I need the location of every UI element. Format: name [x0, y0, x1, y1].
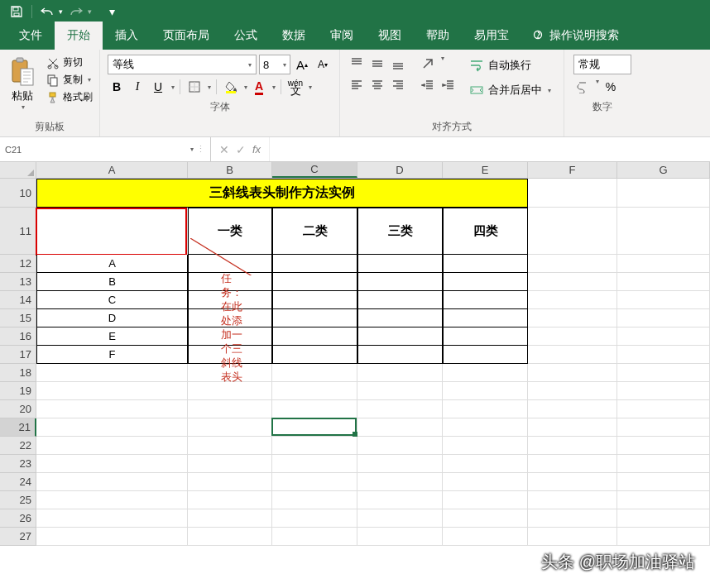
table-col-header: 一类 [188, 208, 272, 255]
row-header-23[interactable]: 23 [0, 455, 36, 473]
col-header-E[interactable]: E [443, 162, 528, 178]
bold-button[interactable]: B [108, 78, 126, 96]
tab-eyoubao[interactable]: 易用宝 [462, 22, 521, 50]
align-middle-button[interactable] [368, 55, 386, 73]
cut-button[interactable]: 剪切 [44, 55, 95, 70]
tellme-search[interactable]: 操作说明搜索 [521, 22, 629, 50]
row-header-18[interactable]: 18 [0, 364, 36, 382]
row-header-20[interactable]: 20 [0, 400, 36, 418]
select-all-corner[interactable] [0, 162, 36, 178]
border-dropdown[interactable]: ▾ [208, 84, 211, 91]
redo-icon[interactable] [66, 2, 86, 22]
orientation-button[interactable] [419, 55, 437, 73]
customize-qat-icon[interactable]: ▾ [102, 2, 122, 22]
tab-layout[interactable]: 页面布局 [151, 22, 222, 50]
accounting-format-button[interactable] [573, 78, 592, 96]
grow-font-button[interactable]: A▴ [293, 55, 311, 74]
group-font: 等线▾ 8▾ A▴ A▾ B I U▾ ▾ ▾ A▾ wén文▾ 字 [100, 50, 340, 136]
col-header-F[interactable]: F [528, 162, 617, 178]
tab-file[interactable]: 文件 [7, 22, 55, 50]
row-header-22[interactable]: 22 [0, 437, 36, 455]
underline-dropdown[interactable]: ▾ [171, 84, 175, 91]
table-row-label: B [36, 273, 188, 291]
copy-button[interactable]: 复制▾ [44, 72, 95, 88]
enter-icon[interactable]: ✓ [236, 143, 246, 156]
tab-home[interactable]: 开始 [55, 22, 103, 50]
col-header-G[interactable]: G [617, 162, 710, 178]
phonetic-button[interactable]: wén文 [286, 78, 305, 96]
paste-label[interactable]: 粘贴 [12, 88, 33, 103]
merge-center-button[interactable]: 合并后居中▾ [466, 79, 554, 101]
table-col-header: 四类 [443, 208, 528, 255]
accounting-dropdown[interactable]: ▾ [596, 78, 599, 96]
row-header-14[interactable]: 14 [0, 291, 36, 309]
align-right-button[interactable] [389, 76, 407, 94]
tab-data[interactable]: 数据 [270, 22, 318, 50]
row-header-12[interactable]: 12 [0, 255, 36, 273]
dec-indent-button[interactable] [419, 76, 437, 94]
paste-dropdown[interactable]: ▾ [22, 103, 25, 111]
col-header-D[interactable]: D [357, 162, 443, 178]
watermark: 头条 @职场加油驿站 [541, 551, 695, 573]
row-header-13[interactable]: 13 [0, 273, 36, 291]
italic-button[interactable]: I [128, 78, 146, 96]
fontcolor-dropdown[interactable]: ▾ [272, 84, 276, 91]
diagonal-header-cell[interactable] [36, 208, 187, 256]
align-left-button[interactable] [348, 76, 366, 94]
table-cell [357, 346, 443, 364]
align-top-button[interactable] [348, 55, 366, 73]
font-color-button[interactable]: A [250, 78, 268, 96]
save-icon[interactable] [7, 2, 26, 22]
tab-insert[interactable]: 插入 [103, 22, 151, 50]
border-button[interactable] [185, 78, 204, 96]
tab-help[interactable]: 帮助 [414, 22, 462, 50]
font-name-value: 等线 [113, 57, 134, 72]
row-header-11[interactable]: 11 [0, 208, 36, 255]
row-header-27[interactable]: 27 [0, 528, 36, 546]
formula-input[interactable] [269, 137, 710, 161]
row-header-19[interactable]: 19 [0, 382, 36, 400]
redo-dropdown[interactable]: ▾ [88, 7, 92, 16]
number-format-select[interactable]: 常规 [573, 55, 631, 74]
font-size-select[interactable]: 8▾ [259, 55, 290, 74]
undo-dropdown[interactable]: ▾ [59, 7, 63, 16]
inc-indent-button[interactable] [439, 76, 458, 94]
group-alignment: ▾ 自动换行 合并后居中▾ [340, 50, 564, 136]
fill-color-button[interactable] [222, 78, 240, 96]
row-header-24[interactable]: 24 [0, 473, 36, 491]
formula-bar: C21 ▾⋮ ✕ ✓ fx [0, 137, 710, 162]
percent-button[interactable]: % [602, 78, 620, 96]
phonetic-dropdown[interactable]: ▾ [309, 84, 312, 91]
underline-button[interactable]: U [149, 78, 167, 96]
col-header-C[interactable]: C [272, 162, 357, 178]
fill-dropdown[interactable]: ▾ [244, 84, 247, 91]
undo-icon[interactable] [37, 2, 57, 22]
align-bottom-button[interactable] [389, 55, 407, 73]
fx-icon[interactable]: fx [252, 143, 261, 155]
row-header-21[interactable]: 21 [0, 418, 36, 437]
col-header-B[interactable]: B [188, 162, 272, 178]
shrink-font-button[interactable]: A▾ [314, 55, 332, 74]
table-cell [272, 273, 357, 291]
row-header-15[interactable]: 15 [0, 309, 36, 327]
row-header-17[interactable]: 17 [0, 346, 36, 364]
name-box[interactable]: C21 ▾⋮ [0, 137, 211, 161]
align-center-button[interactable] [368, 76, 386, 94]
font-name-select[interactable]: 等线▾ [108, 55, 257, 74]
table-cell [357, 273, 443, 291]
tab-formula[interactable]: 公式 [222, 22, 270, 50]
table-cell [272, 346, 357, 364]
row-header-10[interactable]: 10 [0, 179, 36, 208]
cell-grid[interactable]: 三斜线表头制作方法实例一类二类三类四类ABCDEF任务：在此处添加一个三斜线表头 [36, 179, 710, 546]
paste-icon[interactable] [7, 55, 37, 88]
format-painter-button[interactable]: 格式刷 [44, 89, 95, 105]
col-header-A[interactable]: A [36, 162, 188, 178]
tab-review[interactable]: 审阅 [318, 22, 366, 50]
row-header-16[interactable]: 16 [0, 327, 36, 346]
row-header-26[interactable]: 26 [0, 509, 36, 528]
tab-view[interactable]: 视图 [366, 22, 414, 50]
orientation-dropdown[interactable]: ▾ [441, 55, 444, 73]
cancel-icon[interactable]: ✕ [219, 143, 229, 156]
row-header-25[interactable]: 25 [0, 491, 36, 509]
wrap-text-button[interactable]: 自动换行 [466, 55, 554, 76]
